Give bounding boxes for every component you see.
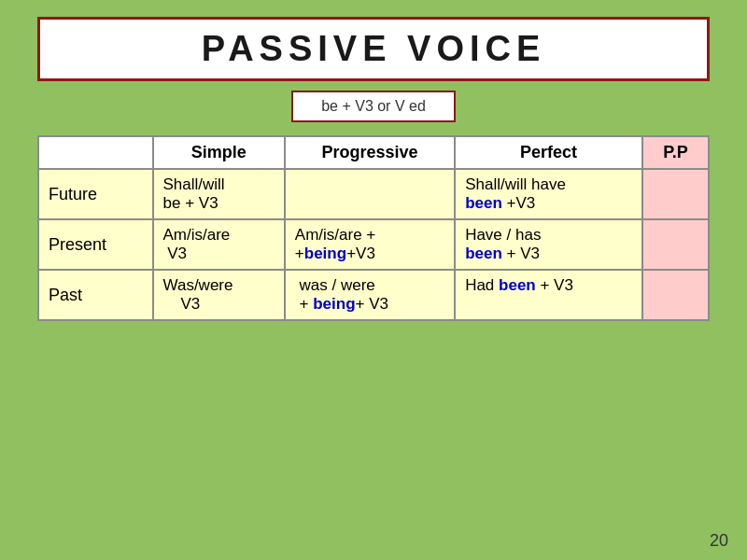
- cell-future-pp: [642, 169, 709, 219]
- header-progressive: Progressive: [285, 136, 455, 169]
- row-label-past: Past: [38, 270, 153, 320]
- cell-future-perfect: Shall/will have been +V3: [455, 169, 642, 219]
- passive-voice-table: Simple Progressive Perfect P.P Future Sh…: [37, 135, 710, 321]
- page-title: PASSIVE VOICE: [202, 29, 546, 68]
- formula-text: be + V3 or V ed: [321, 98, 426, 114]
- cell-present-simple: Am/is/are V3: [153, 219, 285, 270]
- been-blue-present: been: [465, 245, 502, 262]
- cell-past-pp: [642, 270, 709, 320]
- cell-present-pp: [642, 219, 709, 270]
- table-row: Past Was/were V3 was / were + being+ V3 …: [38, 270, 709, 320]
- header-perfect: Perfect: [455, 136, 642, 169]
- cell-past-progressive: was / were + being+ V3: [285, 270, 455, 320]
- being-blue-past: being: [313, 295, 355, 313]
- cell-present-progressive: Am/is/are ++being+V3: [285, 219, 455, 270]
- table-row: Present Am/is/are V3 Am/is/are ++being+V…: [38, 219, 709, 270]
- cell-future-progressive: [285, 169, 455, 219]
- row-label-future: Future: [38, 169, 153, 219]
- page-number: 20: [710, 531, 728, 551]
- cell-past-perfect: Had been + V3: [455, 270, 642, 320]
- header-simple: Simple: [153, 136, 285, 169]
- cell-present-perfect: Have / has been + V3: [455, 219, 642, 270]
- been-blue-future: been: [465, 194, 502, 212]
- header-pp: P.P: [642, 136, 709, 169]
- table-row: Future Shall/willbe + V3 Shall/will have…: [38, 169, 709, 219]
- page: PASSIVE VOICE be + V3 or V ed Simple Pro…: [0, 0, 747, 560]
- been-blue-past: been: [499, 276, 536, 294]
- cell-future-simple: Shall/willbe + V3: [153, 169, 285, 219]
- formula-box: be + V3 or V ed: [291, 91, 456, 122]
- being-blue-present: being: [304, 245, 346, 262]
- header-col0: [38, 136, 153, 169]
- row-label-present: Present: [38, 219, 153, 270]
- cell-past-simple: Was/were V3: [153, 270, 285, 320]
- title-box: PASSIVE VOICE: [37, 17, 710, 81]
